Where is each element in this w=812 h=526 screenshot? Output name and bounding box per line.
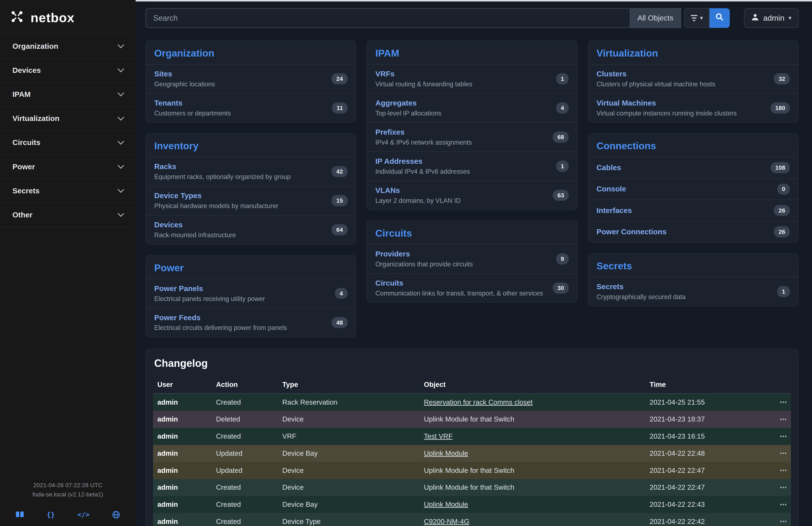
item-desc: Individual IPv4 & IPv6 addresses [375, 168, 470, 175]
item-title: Aggregates [375, 99, 441, 108]
card-item-power-feeds[interactable]: Power Feeds Electrical circuits deliveri… [146, 308, 356, 337]
item-title: Devices [154, 221, 236, 229]
card-title: IPAM [367, 41, 577, 64]
docs-icon[interactable] [15, 511, 24, 518]
cell-time: 2021-04-22 22:42 [646, 513, 774, 526]
count-badge: 1 [556, 161, 569, 172]
card-item-console[interactable]: Console 0 [588, 178, 798, 199]
item-text: IP Addresses Individual IPv4 & IPv6 addr… [375, 157, 470, 175]
row-actions-ellipsis[interactable]: ⋯ [774, 462, 791, 479]
card-item-secrets[interactable]: Secrets Cryptographically secured data 1 [588, 277, 798, 306]
row-actions-ellipsis[interactable]: ⋯ [774, 496, 791, 513]
item-desc: Virtual compute instances running inside… [596, 110, 737, 117]
sidebar-item-devices[interactable]: Devices [0, 58, 135, 83]
code-icon[interactable]: </> [77, 511, 90, 518]
item-title: Device Types [154, 191, 278, 200]
card-ipam: IPAM VRFs Virtual routing & forwarding t… [366, 40, 577, 210]
item-desc: Customers or departments [154, 110, 231, 117]
row-actions-ellipsis[interactable]: ⋯ [774, 513, 791, 526]
table-row: admin Deleted Device Uplink Module for t… [153, 411, 791, 428]
cell-object: C9200-NM-4G [420, 513, 646, 526]
card-item-prefixes[interactable]: Prefixes IPv4 & IPv6 network assignments… [367, 122, 577, 151]
card-item-power-connections[interactable]: Power Connections 26 [588, 221, 798, 242]
card-item-vrfs[interactable]: VRFs Virtual routing & forwarding tables… [367, 64, 577, 93]
user-name: admin [763, 14, 784, 23]
card-title: Inventory [146, 133, 356, 157]
globe-icon[interactable] [112, 511, 120, 519]
row-actions-ellipsis[interactable]: ⋯ [774, 428, 791, 445]
cell-time: 2021-04-22 22:47 [646, 462, 774, 479]
count-badge: 32 [774, 73, 790, 84]
card-power: Power Power Panels Electrical panels rec… [146, 255, 356, 337]
object-link[interactable]: C9200-NM-4G [424, 517, 469, 525]
card-item-circuits[interactable]: Circuits Communication links for transit… [367, 273, 577, 302]
sidebar-item-label: IPAM [12, 90, 31, 99]
card-item-interfaces[interactable]: Interfaces 26 [588, 199, 798, 221]
cell-action: Created [212, 513, 278, 526]
cell-user: admin [153, 496, 212, 513]
count-badge: 180 [771, 102, 790, 114]
count-badge: 11 [332, 102, 348, 114]
object-link[interactable]: Uplink Module [424, 500, 468, 508]
row-actions-ellipsis[interactable]: ⋯ [774, 479, 791, 496]
chevron-down-icon [118, 138, 124, 145]
card-item-racks[interactable]: Racks Equipment racks, optionally organi… [146, 157, 356, 186]
col-time: Time [646, 376, 774, 394]
sidebar-item-organization[interactable]: Organization [0, 34, 135, 58]
netbox-logo-icon [9, 9, 25, 26]
cell-type: Device Type [278, 513, 420, 526]
card-item-providers[interactable]: Providers Organizations that provide cir… [367, 244, 577, 273]
count-badge: 4 [556, 102, 569, 114]
changelog-table: User Action Type Object Time admin Creat… [153, 376, 791, 526]
table-row: admin Created Device Uplink Module for t… [153, 479, 791, 496]
item-text: Device Types Physical hardware models by… [154, 191, 278, 210]
card-title: Virtualization [588, 41, 798, 64]
row-actions-ellipsis[interactable]: ⋯ [774, 394, 791, 411]
sidebar-item-ipam[interactable]: IPAM [0, 83, 135, 107]
object-link[interactable]: Uplink Module [424, 450, 468, 457]
netbox-logo[interactable]: netbox [0, 0, 135, 34]
sidebar-footer-icons: {} </> [0, 511, 135, 519]
json-braces-icon[interactable]: {} [47, 511, 55, 518]
search-submit-button[interactable] [710, 8, 730, 28]
card-title: Circuits [367, 221, 577, 244]
count-badge: 4 [335, 288, 348, 299]
item-title: VLANs [375, 186, 461, 195]
sidebar: netbox Organization Devices IPAM Virtual… [0, 0, 135, 526]
sidebar-item-label: Organization [12, 42, 58, 51]
object-link[interactable]: Test VRF [424, 432, 453, 440]
caret-down-icon: ▾ [788, 15, 792, 21]
card-item-device-types[interactable]: Device Types Physical hardware models by… [146, 186, 356, 215]
search-scope-button[interactable]: All Objects [630, 8, 681, 28]
sidebar-item-circuits[interactable]: Circuits [0, 131, 135, 155]
count-badge: 48 [332, 317, 348, 328]
user-menu-button[interactable]: admin ▾ [744, 8, 798, 28]
object-link[interactable]: Reservation for rack Comms closet [424, 398, 533, 406]
sidebar-item-virtualization[interactable]: Virtualization [0, 107, 135, 131]
card-title: Power [146, 255, 356, 279]
chevron-down-icon [118, 114, 124, 120]
cell-type: VRF [278, 428, 420, 445]
card-item-devices[interactable]: Devices Rack-mounted infrastructure 64 [146, 215, 356, 244]
card-item-clusters[interactable]: Clusters Clusters of physical virtual ma… [588, 64, 798, 93]
cell-object: Uplink Module for that Switch [420, 479, 646, 496]
card-item-vlans[interactable]: VLANs Layer 2 domains, by VLAN ID 63 [367, 181, 577, 210]
sidebar-item-power[interactable]: Power [0, 155, 135, 179]
search-input[interactable] [146, 8, 630, 28]
card-connections: Connections Cables 108 Console 0 Interfa… [588, 133, 798, 243]
item-text: Virtual Machines Virtual compute instanc… [596, 99, 737, 117]
card-item-tenants[interactable]: Tenants Customers or departments 11 [146, 93, 356, 122]
filter-dropdown-button[interactable]: ▾ [684, 8, 710, 28]
card-item-aggregates[interactable]: Aggregates Top-level IP allocations 4 [367, 93, 577, 122]
row-actions-ellipsis[interactable]: ⋯ [774, 411, 791, 428]
sidebar-item-secrets[interactable]: Secrets [0, 179, 135, 203]
card-item-power-panels[interactable]: Power Panels Electrical panels receiving… [146, 279, 356, 308]
card-item-ip-addresses[interactable]: IP Addresses Individual IPv4 & IPv6 addr… [367, 151, 577, 181]
row-actions-ellipsis[interactable]: ⋯ [774, 445, 791, 462]
sidebar-item-other[interactable]: Other [0, 203, 135, 227]
card-item-cables[interactable]: Cables 108 [588, 157, 798, 178]
card-item-sites[interactable]: Sites Geographic locations 24 [146, 64, 356, 93]
caret-down-icon: ▾ [700, 15, 703, 21]
cell-action: Created [212, 428, 278, 445]
card-item-virtual-machines[interactable]: Virtual Machines Virtual compute instanc… [588, 93, 798, 122]
